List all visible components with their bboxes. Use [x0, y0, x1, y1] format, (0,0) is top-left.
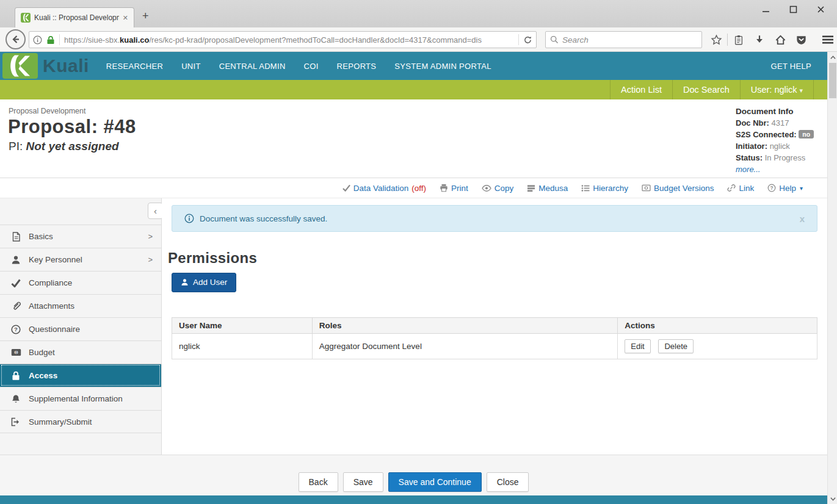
document-header: Proposal Development Proposal: #48 PI: N…	[0, 99, 827, 178]
sidebar-collapse-button[interactable]: ‹	[148, 203, 163, 219]
pi-line: PI: Not yet assigned	[9, 140, 119, 153]
maximize-button[interactable]	[780, 1, 807, 18]
alert-message: Document was successfully saved.	[200, 214, 327, 223]
menu-hamburger-icon[interactable]	[817, 31, 837, 48]
sidebar-item-summary-submit[interactable]: Summary/Submit	[0, 410, 161, 433]
reload-icon[interactable]	[523, 35, 532, 45]
document-info-title: Document Info	[736, 106, 826, 117]
kuali-favicon	[21, 13, 31, 23]
money-icon	[642, 184, 651, 192]
sidebar-item-supplemental-information[interactable]: Supplemental Information	[0, 387, 161, 410]
page-info-icon[interactable]	[33, 35, 42, 45]
budget-versions-link[interactable]: Budget Versions	[642, 184, 714, 193]
data-validation-link[interactable]: Data Validation(off)	[342, 184, 426, 193]
back-nav-button[interactable]	[5, 29, 26, 49]
page-title: Proposal: #48	[8, 116, 136, 138]
search-icon	[550, 35, 559, 44]
main-nav: RESEARCHER UNIT CENTRAL ADMIN COI REPORT…	[106, 62, 491, 71]
user-menu[interactable]: User: nglick▾	[741, 80, 814, 99]
help-menu[interactable]: ? Help▾	[767, 184, 803, 193]
document-info-panel: Document Info Doc Nbr: 4317 S2S Connecte…	[736, 106, 826, 175]
sidebar-item-attachments[interactable]: Attachments	[0, 294, 161, 317]
permissions-table: User Name Roles Actions nglick Aggregato…	[172, 317, 817, 359]
app-header: Kuali RESEARCHER UNIT CENTRAL ADMIN COI …	[0, 52, 827, 80]
action-list-link[interactable]: Action List	[610, 80, 673, 99]
rows-icon	[527, 184, 535, 192]
close-button[interactable]	[807, 1, 835, 18]
reading-list-icon[interactable]	[728, 31, 749, 48]
get-help-link[interactable]: GET HELP	[771, 62, 811, 71]
main-content: Document was successfully saved. x Permi…	[162, 198, 827, 455]
nav-central-admin[interactable]: CENTRAL ADMIN	[219, 62, 286, 71]
search-input[interactable]	[562, 35, 684, 45]
close-button[interactable]: Close	[487, 472, 529, 492]
scroll-up-arrow[interactable]	[829, 54, 836, 61]
nav-researcher[interactable]: RESEARCHER	[106, 62, 163, 71]
sidebar-item-access[interactable]: Access	[0, 364, 161, 387]
more-link[interactable]: more...	[736, 165, 760, 174]
scroll-down-arrow[interactable]	[829, 495, 836, 502]
nav-unit[interactable]: UNIT	[181, 62, 201, 71]
save-button[interactable]: Save	[343, 472, 383, 492]
table-header-row: User Name Roles Actions	[172, 318, 817, 334]
sidebar-item-questionnaire[interactable]: ? Questionnaire	[0, 317, 161, 340]
url-bar[interactable]: https://siue-sbx.kuali.co/res/kc-pd-krad…	[29, 31, 537, 48]
save-and-continue-button[interactable]: Save and Continue	[388, 472, 482, 492]
minimize-button[interactable]	[752, 1, 780, 18]
browser-tabstrip: Kuali :: Proposal Developme ✕ +	[0, 0, 837, 27]
svg-text:0: 0	[15, 350, 17, 355]
money-icon: 0	[10, 348, 21, 356]
doc-nbr-row: Doc Nbr: 4317	[736, 117, 826, 129]
search-bar[interactable]	[545, 31, 702, 48]
delete-button[interactable]: Delete	[658, 339, 694, 353]
success-alert: Document was successfully saved. x	[172, 205, 817, 232]
check-icon	[342, 184, 350, 192]
kuali-logo	[2, 53, 38, 79]
tab-title: Kuali :: Proposal Developme	[34, 13, 119, 22]
hierarchy-link[interactable]: Hierarchy	[581, 184, 628, 193]
nav-system-admin-portal[interactable]: SYSTEM ADMIN PORTAL	[394, 62, 491, 71]
tab-close-icon[interactable]: ✕	[123, 14, 128, 22]
app-footer-bar	[0, 495, 827, 504]
action-bar: Action List Doc Search User: nglick▾	[0, 80, 827, 99]
copy-link[interactable]: Copy	[482, 184, 514, 193]
caret-down-icon: ▾	[800, 185, 803, 192]
back-button[interactable]: Back	[299, 472, 338, 492]
s2s-badge: no	[799, 130, 814, 139]
cell-user-name: nglick	[172, 334, 313, 359]
chevron-right-icon: >	[148, 232, 153, 241]
s2s-row: S2S Connected: no	[736, 129, 826, 140]
document-toolbar: Data Validation(off) Print Copy Medusa H…	[0, 178, 827, 198]
caret-down-icon: ▾	[799, 87, 803, 94]
home-icon[interactable]	[770, 31, 791, 48]
table-row: nglick Aggregator Document Level Edit De…	[172, 334, 817, 359]
add-user-button[interactable]: Add User	[172, 273, 236, 292]
sidebar-item-compliance[interactable]: Compliance	[0, 271, 161, 294]
print-link[interactable]: Print	[440, 184, 468, 193]
link-link[interactable]: Link	[727, 184, 754, 193]
cell-actions: Edit Delete	[618, 334, 817, 359]
alert-close-icon[interactable]: x	[800, 214, 805, 224]
downloads-icon[interactable]	[749, 31, 770, 48]
brand-text: Kuali	[43, 56, 89, 76]
back-arrow-icon	[10, 34, 21, 45]
col-roles: Roles	[312, 318, 617, 334]
https-lock-icon	[46, 35, 55, 45]
scrollbar[interactable]	[827, 52, 837, 504]
sidebar-item-key-personnel[interactable]: Key Personnel >	[0, 248, 161, 271]
medusa-link[interactable]: Medusa	[527, 184, 568, 193]
pocket-icon[interactable]	[791, 31, 811, 48]
nav-reports[interactable]: REPORTS	[337, 62, 377, 71]
browser-tab[interactable]: Kuali :: Proposal Developme ✕	[15, 7, 134, 27]
bookmark-star-icon[interactable]	[706, 31, 726, 48]
scrollbar-thumb[interactable]	[829, 63, 836, 98]
sidebar-item-basics[interactable]: Basics >	[0, 225, 161, 248]
edit-button[interactable]: Edit	[625, 339, 650, 353]
new-tab-button[interactable]: +	[142, 10, 149, 23]
nav-coi[interactable]: COI	[304, 62, 319, 71]
doc-search-link[interactable]: Doc Search	[673, 80, 741, 99]
sidebar-item-budget[interactable]: 0 Budget	[0, 340, 161, 364]
info-icon	[184, 214, 194, 223]
breadcrumb: Proposal Development	[9, 107, 85, 115]
eye-icon	[482, 184, 491, 192]
